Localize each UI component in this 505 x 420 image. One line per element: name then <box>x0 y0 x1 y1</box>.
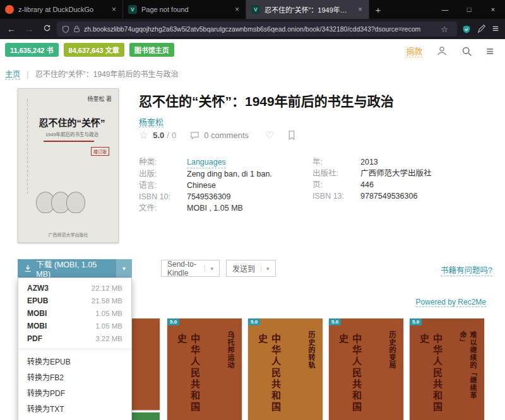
browser-window: z-library at DuckDuckGo × V Page not fou… <box>0 0 505 420</box>
cover-portraits <box>40 192 85 213</box>
back-button[interactable]: ← <box>4 24 19 34</box>
menu-item-format[interactable]: EPUB 21.58 MB <box>18 295 131 307</box>
new-tab-button[interactable]: + <box>369 0 387 19</box>
menu-item-convert[interactable]: 转换为PDF <box>18 385 131 400</box>
book-problem-link[interactable]: 书籍有问题吗? <box>441 264 492 276</box>
articles-count-badge[interactable]: 84,637,643 文章 <box>64 43 124 57</box>
toolbar-icons: ≡ <box>460 23 501 35</box>
action-buttons-row: 下载 (MOBI, 1.05 MB) ▾ Send-to-Kindle ▾ 发送… <box>18 259 492 278</box>
window-close-button[interactable]: × <box>481 0 505 19</box>
menu-item-convert[interactable]: 转换为FB2 <box>18 369 131 385</box>
browser-menu-icon[interactable]: ≡ <box>492 23 499 35</box>
tab-page-not-found[interactable]: V Page not found × <box>123 0 246 19</box>
site-menu-icon[interactable]: ≡ <box>486 45 494 57</box>
powered-by-link[interactable]: Powered by Rec2Me <box>416 298 486 307</box>
book-author-link[interactable]: 杨奎松 <box>139 117 163 127</box>
send-to-kindle-label: Send-to-Kindle <box>167 260 199 277</box>
recommended-book-card[interactable]: 5.0 中华人民共和国史 历史的变局 <box>329 318 403 420</box>
category-link[interactable]: Languages <box>187 156 226 168</box>
favorite-heart-icon[interactable]: ♡ <box>265 129 274 141</box>
window-controls: — □ × <box>433 0 505 19</box>
download-button-label: 下载 (MOBI, 1.05 MB) <box>36 258 109 279</box>
bookmark-icon[interactable] <box>288 131 295 140</box>
rating-star-icon[interactable]: ☆ <box>139 129 148 142</box>
library-home-button[interactable]: 图书馆主页 <box>129 43 174 57</box>
tab-close-icon[interactable]: × <box>234 5 241 14</box>
detail-row-publisher: 出版社: 广西师范大学出版社 <box>312 168 483 179</box>
download-format-menu: AZW3 22.12 MB EPUB 21.58 MB MOBI 1.05 MB… <box>18 277 132 420</box>
breadcrumb-home-link[interactable]: 主页 <box>5 70 20 79</box>
details-right-column: 年: 2013 出版社: 广西师范大学出版社 页: 446 ISBN 13: 9… <box>312 156 483 202</box>
menu-item-format[interactable]: MOBI 1.05 MB <box>18 320 131 332</box>
send-caret-icon: ▾ <box>261 265 270 272</box>
site-header: 11,635,242 书 84,637,643 文章 图书馆主页 <box>5 43 174 57</box>
send-to-label: 发送到 <box>232 263 255 274</box>
menu-item-convert[interactable]: 转换为TXT <box>18 400 131 416</box>
download-button[interactable]: 下载 (MOBI, 1.05 MB) ▾ <box>18 259 132 277</box>
reload-button[interactable] <box>39 24 54 34</box>
portrait-sketch <box>66 192 85 213</box>
detail-row-isbn13: ISBN 13: 9787549536306 <box>312 190 483 202</box>
tab-close-icon[interactable]: × <box>357 5 364 14</box>
detail-row-year: 年: 2013 <box>312 156 483 168</box>
donate-link[interactable]: 捐款 <box>406 45 422 57</box>
search-icon[interactable] <box>461 46 472 57</box>
detail-row-language: 语言: Chinese <box>139 180 306 191</box>
window-minimize-button[interactable]: — <box>433 0 457 19</box>
rating-count: 0 <box>172 131 176 140</box>
rating-ribbon: 5.0 <box>329 318 341 325</box>
detail-row-category: 种类: Languages <box>139 156 306 168</box>
rating-ribbon: 5.0 <box>248 318 260 325</box>
detail-row-isbn10: ISBN 10: 7549536309 <box>139 191 306 202</box>
tab-duckduckgo[interactable]: z-library at DuckDuckGo × <box>0 0 123 19</box>
comments-count[interactable]: 0 comments <box>204 131 249 140</box>
zlibrary-page: 11,635,242 书 84,637,643 文章 图书馆主页 捐款 ≡ 主页… <box>0 39 505 420</box>
kindle-caret-icon: ▾ <box>205 265 213 272</box>
tab-title: 忍不住的“关怀”：1949年前后... <box>264 4 352 15</box>
download-icon <box>24 264 32 272</box>
url-text: zh.bookszlibb74ugqojhzhg2a63w5i2atv5bqar… <box>84 25 433 33</box>
volume-title-text: 乌托邦运动 <box>225 331 235 407</box>
recommended-book-card-partial[interactable] <box>129 412 160 420</box>
forward-button[interactable]: → <box>21 24 37 34</box>
menu-item-format[interactable]: AZW3 22.12 MB <box>18 282 131 295</box>
window-maximize-button[interactable]: □ <box>457 0 481 19</box>
send-to-button[interactable]: 发送到 ▾ <box>226 260 276 277</box>
header-icons: 捐款 ≡ <box>406 45 494 57</box>
recommended-book-card[interactable]: 5.0 中华人民共和国史 历史的转轨 <box>248 318 323 420</box>
download-options-caret[interactable]: ▾ <box>116 259 132 277</box>
menu-item-format[interactable]: MOBI 1.05 MB <box>18 307 131 320</box>
bookmark-star-icon[interactable]: ☆ <box>437 25 452 34</box>
tracking-shield-icon <box>62 25 69 33</box>
rating-value: 5.0 <box>153 131 164 140</box>
duckduckgo-favicon-icon <box>5 5 14 14</box>
menu-item-format[interactable]: PDF 3.22 MB <box>18 332 131 345</box>
breadcrumb: 主页 | 忍不住的“关怀”：1949年前后的书生与政治 <box>5 68 179 79</box>
series-title-text: 中华人民共和国史 <box>336 334 363 416</box>
address-bar-row: ← → zh.bookszlibb74ugqojhzhg2a63w5i2atv5… <box>0 19 505 39</box>
tab-book-page-active[interactable]: V 忍不住的“关怀”：1949年前后... × <box>246 0 369 19</box>
cover-publisher-text: 广西师范大学出版社 <box>18 231 118 238</box>
rating-divider: / <box>167 131 169 140</box>
url-bar[interactable]: zh.bookszlibb74ugqojhzhg2a63w5i2atv5bqar… <box>57 21 457 37</box>
zlibrary-favicon-icon: V <box>128 5 137 14</box>
extension-shield-icon[interactable] <box>462 25 471 34</box>
tab-title: z-library at DuckDuckGo <box>18 6 106 13</box>
send-to-kindle-button[interactable]: Send-to-Kindle ▾ <box>161 260 220 277</box>
menu-separator <box>18 349 131 349</box>
recommended-book-card[interactable]: 5.0 中华人民共和国史 乌托邦运动 <box>167 318 242 420</box>
menu-item-convert[interactable]: 转换为EPUB <box>18 353 131 369</box>
rating-ribbon: 5.0 <box>410 318 422 325</box>
cover-decorative-line <box>27 99 28 194</box>
recommended-book-card[interactable]: 5.0 中华人民共和国史 难以继续的「继续革命」 <box>410 318 484 420</box>
reload-icon <box>43 24 51 32</box>
books-count-badge[interactable]: 11,635,242 书 <box>5 43 59 57</box>
cover-edition-text: 增订版 <box>91 147 109 156</box>
profile-icon[interactable] <box>436 45 448 57</box>
cover-red-rule <box>44 141 94 142</box>
menu-item-convert[interactable]: 转换为RTF <box>18 416 131 420</box>
comments-icon[interactable] <box>190 131 199 140</box>
tab-close-icon[interactable]: × <box>110 5 117 14</box>
extension-pen-icon[interactable] <box>477 25 486 33</box>
series-title-text: 中华人民共和国史 <box>175 334 201 416</box>
